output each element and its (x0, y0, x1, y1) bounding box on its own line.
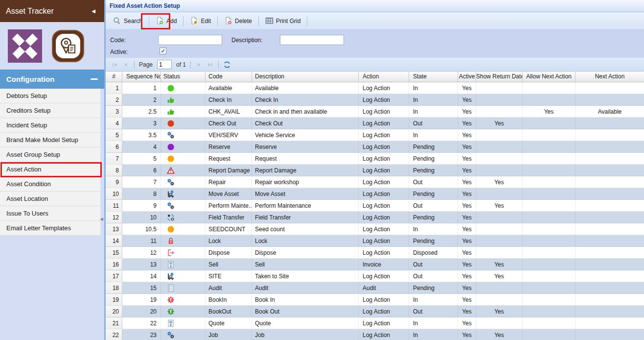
cell-state: In (409, 317, 458, 329)
cell-sequence: 6 (122, 165, 161, 176)
next-page-icon[interactable] (195, 61, 203, 69)
toolbar-separator (183, 16, 184, 26)
table-row[interactable]: 1512DisposeDisposeLog ActionDisposedYes (106, 247, 644, 259)
table-row[interactable]: 2020BookOutBook OutLog ActionOutYesYes (106, 306, 644, 317)
delete-button[interactable]: Delete (220, 15, 256, 27)
cell-action: Log Action (359, 270, 409, 282)
row-number: 16 (106, 259, 122, 270)
sidebar-item-asset-location[interactable]: Asset Location (0, 192, 100, 206)
config-section-header[interactable]: Configuration (0, 70, 104, 89)
table-row[interactable]: 1310.5SEEDCOUNTSeed countLog ActionInYes (106, 223, 644, 235)
sidebar-item-creditors-setup[interactable]: Creditors Setup (0, 103, 100, 118)
cell-description: Report Damage (252, 165, 359, 176)
table-row[interactable]: 97RepairRepair workshopLog ActionOutYesY… (106, 176, 644, 188)
collapse-minus-icon[interactable] (91, 78, 98, 80)
table-row[interactable]: 1411LockLockLog ActionPendingYes (106, 235, 644, 247)
sidebar-item-debtors-setup[interactable]: Debtors Setup (0, 89, 100, 103)
search-button[interactable]: Search (109, 15, 146, 27)
column-header-action[interactable]: Action (359, 72, 409, 82)
table-row[interactable]: 1613SellSellInvoiceOutYesYes (106, 259, 644, 270)
active-checkbox[interactable] (160, 48, 166, 54)
cell-code: Quote (206, 317, 252, 329)
sidebar-collapse-handle-icon[interactable]: ◀ (100, 217, 103, 221)
table-row[interactable]: 53.5VEH/SERVVehicle ServiceLog ActionInY… (106, 129, 644, 141)
cell-show-return-date (476, 82, 523, 94)
delete-icon (224, 17, 232, 25)
cell-code: Check Out (206, 118, 252, 129)
table-row[interactable]: 1919BookInBook InLog ActionInYes (106, 294, 644, 306)
cell-description: Field Transfer (252, 212, 359, 223)
table-row[interactable]: 2223JobJobLog ActionInYesYes (106, 329, 644, 340)
column-header-state[interactable]: State (409, 72, 458, 82)
edit-button[interactable]: Edit (186, 15, 215, 27)
cell-action: Log Action (359, 223, 409, 235)
column-header-seq[interactable]: Sequence No. (122, 72, 161, 82)
cell-next-action (575, 165, 644, 176)
first-page-icon[interactable] (111, 61, 119, 69)
prev-page-icon[interactable] (122, 61, 130, 69)
sidebar-item-email-letter-templates[interactable]: Email Letter Templates (0, 221, 100, 236)
column-header-status[interactable]: Status (161, 72, 206, 82)
edit-icon (190, 17, 198, 25)
status-gears-icon (167, 331, 175, 339)
column-header-active[interactable]: Active (458, 72, 476, 82)
sidebar-item-issue-to-users[interactable]: Issue To Users (0, 206, 100, 221)
cell-sequence: 9 (122, 200, 161, 211)
column-header-num[interactable]: # (106, 72, 122, 82)
cell-code: Perform Mainte... (206, 200, 252, 211)
table-row[interactable]: 86Report DamageReport DamageLog ActionPe… (106, 165, 644, 176)
column-header-srd[interactable]: Show Return Date (476, 72, 523, 82)
column-header-ana[interactable]: Allow Next Action (523, 72, 575, 82)
last-page-icon[interactable] (206, 61, 214, 69)
table-row[interactable]: 22Check InCheck InLog ActionInYes (106, 94, 644, 106)
refresh-icon[interactable] (223, 61, 231, 69)
column-header-code[interactable]: Code (206, 72, 252, 82)
grid-button[interactable]: Print Grid (261, 15, 305, 27)
sidebar-item-brand-make-model-setup[interactable]: Brand Make Model Setup (0, 133, 100, 147)
pager-separator (190, 61, 191, 69)
sidebar-item-asset-action[interactable]: Asset Action (0, 162, 100, 177)
cell-code: CHK_AVAIL (206, 106, 252, 117)
table-row[interactable]: 1210Field TransferField TransferLog Acti… (106, 212, 644, 223)
cell-action: Log Action (359, 200, 409, 211)
sidebar-item-asset-condition[interactable]: Asset Condition (0, 177, 100, 192)
sidebar-item-asset-group-setup[interactable]: Asset Group Setup (0, 147, 100, 162)
table-row[interactable]: 1714SITETaken to SiteLog ActionOutYesYes (106, 270, 644, 282)
column-header-na[interactable]: Next Action (575, 72, 644, 82)
cell-next-action (575, 212, 644, 223)
cell-show-return-date (476, 235, 523, 246)
sidebar-item-label: Asset Condition (6, 180, 51, 188)
cell-state: Out (409, 259, 458, 270)
cell-allow-next-action (523, 235, 575, 246)
row-number: 15 (106, 247, 122, 258)
cell-state: Out (409, 118, 458, 129)
cell-active: Yes (458, 212, 476, 223)
column-header-desc[interactable]: Description (252, 72, 359, 82)
cell-show-return-date: Yes (476, 306, 523, 317)
table-row[interactable]: 108Move AssetMove AssetLog ActionPending… (106, 188, 644, 200)
toolbar-separator (217, 16, 218, 26)
cell-action: Log Action (359, 106, 409, 117)
table-row[interactable]: 11AvailableAvailableLog ActionInYes (106, 82, 644, 94)
table-row[interactable]: 32.5CHK_AVAILCheck in and then available… (106, 106, 644, 118)
sidebar-menu: Debtors SetupCreditors SetupIncident Set… (0, 89, 100, 236)
code-input[interactable] (158, 35, 222, 45)
table-row[interactable]: 1815AuditAuditAuditPendingYes (106, 282, 644, 294)
row-number: 4 (106, 118, 122, 129)
cell-active: Yes (458, 259, 476, 270)
search-button-label: Search (124, 18, 142, 24)
description-input[interactable] (280, 35, 344, 45)
sidebar-item-incident-setup[interactable]: Incident Setup (0, 118, 100, 133)
cell-show-return-date (476, 188, 523, 199)
table-row[interactable]: 43Check OutCheck OutLog ActionOutYesYes (106, 118, 644, 129)
table-row[interactable]: 64ReserveReserveLog ActionPendingYes (106, 141, 644, 153)
table-row[interactable]: 2122QuoteQuoteLog ActionInYes (106, 317, 644, 329)
table-row[interactable]: 75RequestRequestLog ActionPendingYes (106, 153, 644, 165)
add-button[interactable]: Add (152, 15, 181, 27)
cell-allow-next-action (523, 329, 575, 340)
page-number-input[interactable] (157, 60, 172, 69)
cell-sequence: 13 (122, 259, 161, 270)
sidebar-collapse-icon[interactable]: ◀ (92, 8, 95, 14)
table-row[interactable]: 119Perform Mainte...Perform MaintenanceL… (106, 200, 644, 212)
cell-show-return-date (476, 212, 523, 223)
